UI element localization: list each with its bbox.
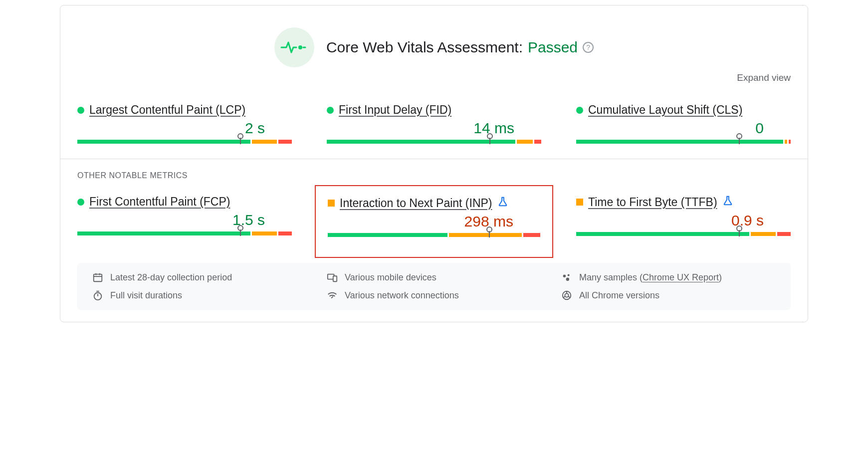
assessment-header: Core Web Vitals Assessment: Passed ? [77,27,791,67]
footer-durations: Full visit durations [92,290,307,301]
pulse-icon [274,27,314,67]
svg-point-8 [563,275,566,278]
dist-segment-r [523,233,540,237]
svg-point-11 [94,293,102,300]
flask-icon[interactable] [722,195,733,209]
distribution-bar [327,140,541,144]
help-icon[interactable]: ? [583,42,594,53]
status-dot-icon [77,199,84,206]
status-square-icon [576,199,583,206]
crux-report-link[interactable]: Chrome UX Report [643,272,719,282]
status-dot-icon [77,107,84,114]
scatter-icon [561,272,572,283]
dist-segment-r [278,140,292,144]
network-icon [327,290,338,301]
dist-segment-o [785,140,787,144]
svg-line-18 [563,296,565,298]
dist-segment-g [328,233,447,237]
core-metrics-grid: Largest Contentful Paint (LCP)2 sFirst I… [77,103,791,144]
metric-value: 2 s [77,120,292,137]
chrome-icon [561,290,572,301]
dist-segment-r [777,232,791,236]
metric-title-row: First Input Delay (FID) [327,103,541,117]
other-metrics-label: OTHER NOTABLE METRICS [77,171,791,180]
dist-segment-o [517,140,533,144]
svg-rect-2 [94,274,102,282]
metric-title-row: Interaction to Next Paint (INP) [328,196,540,210]
metric-name-link[interactable]: Interaction to Next Paint (INP) [340,197,492,210]
footer-versions-text: All Chrome versions [579,290,659,301]
metric-name-link[interactable]: Time to First Byte (TTFB) [588,196,717,209]
status-dot-icon [327,107,334,114]
dist-segment-o [751,232,776,236]
status-square-icon [328,200,335,207]
metric-title-row: Cumulative Layout Shift (CLS) [576,103,791,117]
core-web-vitals-card: Core Web Vitals Assessment: Passed ? Exp… [60,5,808,322]
distribution-bar [576,140,791,144]
svg-line-14 [331,296,333,298]
dist-segment-o [252,140,277,144]
svg-point-10 [566,277,569,280]
footer-network: Various network connections [327,290,541,301]
metric-title-row: Largest Contentful Paint (LCP) [77,103,292,117]
assessment-title-prefix: Core Web Vitals Assessment: [326,39,523,56]
metric-name-link[interactable]: Largest Contentful Paint (LCP) [89,103,245,117]
dist-segment-r [278,231,292,235]
metric-lcp: Largest Contentful Paint (LCP)2 s [77,103,292,144]
dist-segment-g [77,140,250,144]
metric-inp: Interaction to Next Paint (INP)298 ms [315,185,553,258]
metric-value: 0.9 s [576,212,791,229]
footer-samples-text: Many samples (Chrome UX Report) [579,272,722,283]
footer-samples: Many samples (Chrome UX Report) [561,272,776,283]
svg-rect-7 [333,276,337,281]
stopwatch-icon [92,290,103,301]
metric-name-link[interactable]: First Input Delay (FID) [339,103,451,117]
metric-value: 14 ms [327,120,541,137]
divider [60,159,808,159]
assessment-title: Core Web Vitals Assessment: Passed ? [326,39,594,56]
data-origin-footer: Latest 28-day collection period Various … [77,263,791,310]
dist-segment-g [576,232,749,236]
assessment-status: Passed [528,39,578,56]
dist-segment-r [789,140,791,144]
svg-line-19 [568,296,570,298]
dist-segment-o [449,233,522,237]
distribution-bar [77,231,292,235]
status-dot-icon [576,107,583,114]
footer-network-text: Various network connections [345,290,459,301]
metric-fcp: First Contentful Paint (FCP)1.5 s [77,195,292,238]
svg-point-0 [298,45,302,49]
other-metrics-grid: First Contentful Paint (FCP)1.5 sInterac… [77,195,791,238]
distribution-bar [77,140,292,144]
metric-value: 298 ms [328,213,540,230]
expand-view-button[interactable]: Expand view [737,72,791,83]
metric-name-link[interactable]: First Contentful Paint (FCP) [89,195,230,209]
distribution-bar [576,232,791,236]
distribution-bar [328,233,540,237]
metric-value: 0 [576,120,791,137]
footer-devices-text: Various mobile devices [345,272,436,283]
metric-title-row: First Contentful Paint (FCP) [77,195,292,209]
dist-segment-g [327,140,515,144]
devices-icon [327,272,338,283]
dist-segment-o [252,231,277,235]
footer-period-text: Latest 28-day collection period [110,272,232,283]
footer-period: Latest 28-day collection period [92,272,307,283]
dist-segment-r [534,140,541,144]
dist-segment-g [576,140,783,144]
calendar-icon [92,272,103,283]
metric-ttfb: Time to First Byte (TTFB)0.9 s [576,195,791,238]
metric-fid: First Input Delay (FID)14 ms [327,103,541,144]
expand-view-row: Expand view [77,72,791,83]
flask-icon[interactable] [497,196,508,210]
metric-name-link[interactable]: Cumulative Layout Shift (CLS) [588,103,742,117]
metric-title-row: Time to First Byte (TTFB) [576,195,791,209]
footer-versions: All Chrome versions [561,290,776,301]
dist-segment-g [77,231,250,235]
footer-devices: Various mobile devices [327,272,541,283]
metric-value: 1.5 s [77,212,292,229]
svg-point-9 [568,274,570,276]
footer-durations-text: Full visit durations [110,290,182,301]
metric-cls: Cumulative Layout Shift (CLS)0 [576,103,791,144]
